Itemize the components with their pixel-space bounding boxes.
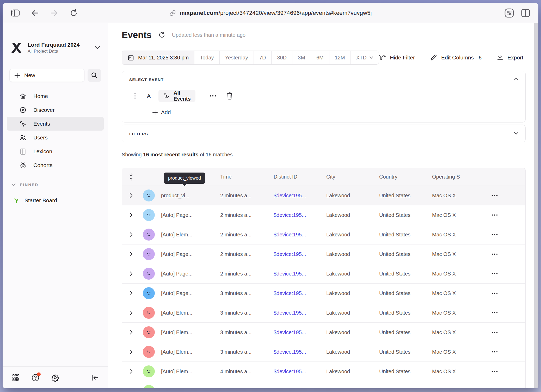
distinct-id-link[interactable]: $device:195... <box>274 310 326 316</box>
edit-columns-button[interactable]: Edit Columns · 6 <box>430 54 482 61</box>
distinct-id-link[interactable]: $device:195... <box>274 212 326 218</box>
table-row[interactable]: [Auto] Page... 3 minutes a... $device:19… <box>122 283 525 303</box>
help-button[interactable] <box>31 373 40 382</box>
row-menu-icon[interactable] <box>490 214 525 216</box>
settings-gear-icon[interactable] <box>51 373 59 382</box>
table-row[interactable]: [Auto] Page... 2 minutes a... $device:19… <box>122 244 525 264</box>
preset-xtd[interactable]: XTD <box>351 51 379 64</box>
preset-7d[interactable]: 7D <box>254 51 272 64</box>
event-more-options-icon[interactable] <box>210 95 216 97</box>
row-menu-icon[interactable] <box>490 370 525 372</box>
event-name[interactable]: product_vi... <box>161 193 220 199</box>
header-country[interactable]: Country <box>379 174 432 180</box>
event-name[interactable]: [Auto] Page... <box>161 271 220 277</box>
table-row[interactable]: [Auto] Elem... 3 minutes a... $device:19… <box>122 303 525 322</box>
event-name[interactable]: [Auto] Elem... <box>161 310 220 316</box>
url-bar[interactable]: mixpanel.com/project/3472420/view/397469… <box>169 10 372 16</box>
sidebar-item-starter-board[interactable]: Starter Board <box>13 197 57 204</box>
hide-filter-button[interactable]: Hide Filter <box>378 54 415 61</box>
event-selector-pill[interactable]: All Events <box>158 90 195 102</box>
expand-row-chevron-icon[interactable] <box>122 232 143 237</box>
event-name[interactable]: [Auto] Elem... <box>161 329 220 335</box>
distinct-id-link[interactable]: $device:195... <box>274 349 326 355</box>
vertical-scrollbar[interactable] <box>534 23 538 388</box>
row-menu-icon[interactable] <box>490 273 525 275</box>
row-menu-icon[interactable] <box>490 292 525 294</box>
sidebar-item-events[interactable]: Events <box>7 117 104 131</box>
back-icon[interactable] <box>31 10 39 16</box>
preset-30d[interactable]: 30D <box>272 51 292 64</box>
preset-today[interactable]: Today <box>194 51 219 64</box>
table-row[interactable]: product_vi... 2 minutes a... $device:195… <box>122 186 525 205</box>
header-time[interactable]: Time <box>220 174 274 180</box>
event-name[interactable]: [Auto] Page... <box>161 212 220 218</box>
export-button[interactable]: Export <box>497 54 523 61</box>
distinct-id-link[interactable]: $device:195... <box>274 329 326 335</box>
row-menu-icon[interactable] <box>490 331 525 333</box>
split-view-icon[interactable] <box>521 8 531 18</box>
project-name: Lord Farquaad 2024 <box>28 41 80 48</box>
header-distinct-id[interactable]: Distinct ID <box>274 174 326 180</box>
event-name[interactable]: [Auto] Elem... <box>161 232 220 238</box>
collapse-sidebar-icon[interactable] <box>91 374 99 381</box>
refresh-icon[interactable] <box>158 32 165 38</box>
table-row[interactable] <box>122 381 525 388</box>
chevron-down-icon[interactable] <box>514 132 519 135</box>
search-button[interactable] <box>88 69 101 82</box>
expand-row-chevron-icon[interactable] <box>122 193 143 198</box>
expand-row-chevron-icon[interactable] <box>122 212 143 218</box>
chevron-up-icon[interactable] <box>514 77 519 81</box>
sidebar-item-home[interactable]: Home <box>7 89 104 103</box>
header-city[interactable]: City <box>326 174 379 180</box>
new-button[interactable]: New <box>9 69 84 82</box>
distinct-id-link[interactable]: $device:195... <box>274 251 326 257</box>
distinct-id-link[interactable]: $device:195... <box>274 232 326 238</box>
project-switcher[interactable]: Lord Farquaad 2024 All Project Data <box>10 41 100 54</box>
expand-row-chevron-icon[interactable] <box>122 310 143 315</box>
reload-icon[interactable] <box>70 9 78 17</box>
table-row[interactable]: [Auto] Elem... 4 minutes a... $device:19… <box>122 362 525 381</box>
table-row[interactable]: [Auto] Page... 2 minutes a... $device:19… <box>122 264 525 283</box>
table-row[interactable]: [Auto] Elem... 3 minutes a... $device:19… <box>122 322 525 342</box>
row-menu-icon[interactable] <box>490 312 525 314</box>
sidebar-item-discover[interactable]: Discover <box>7 103 104 117</box>
customize-toolbar-icon[interactable] <box>504 8 514 18</box>
row-menu-icon[interactable] <box>490 194 525 197</box>
expand-row-chevron-icon[interactable] <box>122 271 143 276</box>
apps-grid-icon[interactable] <box>12 374 20 382</box>
pinned-section-header[interactable]: PINNED <box>11 182 39 187</box>
expand-row-chevron-icon[interactable] <box>122 349 143 354</box>
distinct-id-link[interactable]: $device:195... <box>274 193 326 199</box>
add-event-button[interactable]: Add <box>152 109 171 115</box>
sidebar-item-users[interactable]: Users <box>7 131 104 144</box>
row-menu-icon[interactable] <box>490 351 525 353</box>
table-row[interactable]: [Auto] Elem... 3 minutes a... $device:19… <box>122 342 525 362</box>
expand-row-chevron-icon[interactable] <box>122 252 143 257</box>
event-name[interactable]: [Auto] Page... <box>161 251 220 257</box>
preset-6m[interactable]: 6M <box>311 51 329 64</box>
drag-handle-icon[interactable] <box>133 92 137 100</box>
date-range-button[interactable]: Mar 11, 2025 3:30 pm <box>122 51 194 64</box>
event-name[interactable]: [Auto] Elem... <box>161 349 220 355</box>
browser-sidebar-toggle-icon[interactable] <box>11 9 20 17</box>
trash-icon[interactable] <box>226 92 233 100</box>
distinct-id-link[interactable]: $device:195... <box>274 369 326 375</box>
preset-12m[interactable]: 12M <box>329 51 351 64</box>
sidebar-item-cohorts[interactable]: Cohorts <box>7 158 104 172</box>
event-name[interactable]: [Auto] Elem... <box>161 369 220 375</box>
expand-row-chevron-icon[interactable] <box>122 291 143 296</box>
preset-3m[interactable]: 3M <box>292 51 311 64</box>
event-name[interactable]: [Auto] Page... <box>161 290 220 296</box>
table-row[interactable]: [Auto] Page... 2 minutes a... $device:19… <box>122 205 525 225</box>
header-os[interactable]: Operating S <box>432 174 490 180</box>
expand-row-chevron-icon[interactable] <box>122 330 143 335</box>
collapse-rows-icon[interactable] <box>122 173 143 181</box>
table-row[interactable]: [Auto] Elem... 2 minutes a... $device:19… <box>122 225 525 244</box>
row-menu-icon[interactable] <box>490 234 525 236</box>
distinct-id-link[interactable]: $device:195... <box>274 290 326 296</box>
row-menu-icon[interactable] <box>490 253 525 255</box>
expand-row-chevron-icon[interactable] <box>122 369 143 374</box>
preset-yesterday[interactable]: Yesterday <box>220 51 254 64</box>
sidebar-item-lexicon[interactable]: Lexicon <box>7 144 104 158</box>
distinct-id-link[interactable]: $device:195... <box>274 271 326 277</box>
